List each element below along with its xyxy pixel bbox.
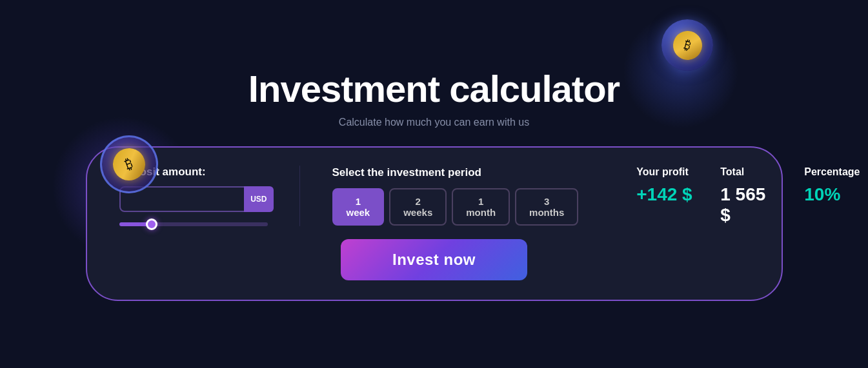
period-buttons: 1 week 2 weeks 1 month 3 months <box>332 188 579 226</box>
invest-btn-wrapper: Invest now <box>119 239 749 280</box>
profit-header: Your profit <box>636 166 694 178</box>
page-subtitle: Calculate how much you can earn with us <box>339 117 529 128</box>
period-btn-2weeks[interactable]: 2 weeks <box>389 188 447 226</box>
calculator-card: Deposit amount: USD Select the investmen… <box>86 146 783 301</box>
period-btn-1week[interactable]: 1 week <box>332 188 385 226</box>
invest-now-button[interactable]: Invest now <box>341 239 527 280</box>
total-header: Total <box>720 166 778 178</box>
result-total: Total 1 565 $ <box>720 166 778 226</box>
deposit-label: Deposit amount: <box>119 166 274 179</box>
calculator-row: Deposit amount: USD Select the investmen… <box>119 166 749 226</box>
total-value: 1 565 $ <box>720 184 778 226</box>
slider-track <box>119 222 268 226</box>
period-section: Select the investment period 1 week 2 we… <box>300 166 611 226</box>
period-label: Select the investment period <box>332 166 579 179</box>
result-percentage: Percentage 10% <box>804 166 862 205</box>
slider-thumb[interactable] <box>146 218 157 230</box>
deposit-section: Deposit amount: USD <box>119 166 300 226</box>
percentage-header: Percentage <box>804 166 862 178</box>
deposit-input-wrapper: USD <box>119 186 274 212</box>
result-profit: Your profit +142 $ <box>636 166 694 205</box>
profit-value: +142 $ <box>636 184 694 205</box>
results-section: Your profit +142 $ Total 1 565 $ Percent… <box>611 166 862 226</box>
page-title: Investment calculator <box>248 67 620 110</box>
percentage-value: 10% <box>804 184 862 205</box>
period-btn-3months[interactable]: 3 months <box>515 188 578 226</box>
slider-wrapper[interactable] <box>119 222 268 226</box>
main-content: Investment calculator Calculate how much… <box>0 67 868 301</box>
currency-badge: USD <box>244 186 273 212</box>
period-btn-1month[interactable]: 1 month <box>452 188 510 226</box>
